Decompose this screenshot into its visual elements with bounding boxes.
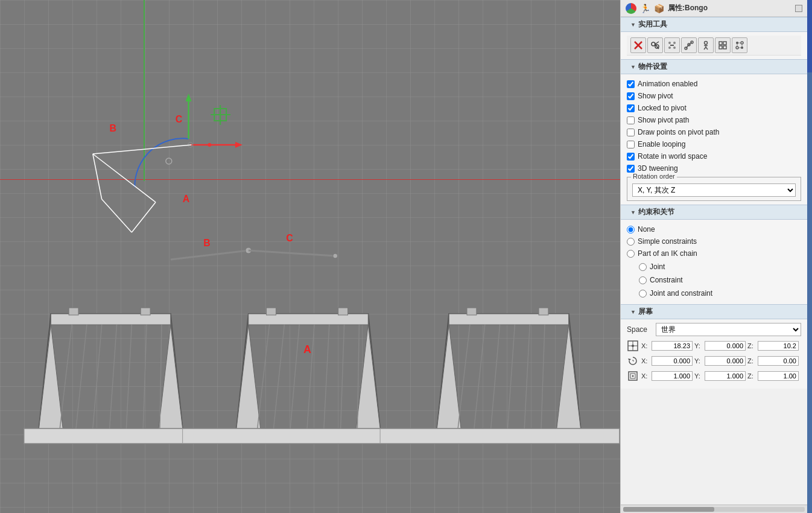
rot-z-input[interactable]	[758, 356, 799, 366]
svg-marker-1	[186, 94, 192, 101]
enable-looping-checkbox[interactable]	[627, 141, 635, 148]
tools-section-header[interactable]: 实用工具	[621, 17, 807, 32]
tool-btn-7[interactable]	[732, 37, 747, 53]
tools-section-content	[621, 32, 807, 59]
svg-line-10	[102, 199, 132, 232]
svg-rect-29	[69, 308, 78, 315]
radio-ik-label[interactable]: Part of an IK chain	[638, 249, 697, 258]
show-pivot-path-checkbox[interactable]	[627, 116, 635, 124]
svg-point-73	[673, 42, 676, 44]
svg-marker-20	[39, 325, 63, 429]
rotate-world-label[interactable]: Rotate in world space	[638, 152, 707, 161]
pos-x-input[interactable]	[652, 341, 693, 351]
tool-btn-1[interactable]	[630, 37, 646, 53]
svg-marker-33	[236, 325, 261, 429]
radio-constraint[interactable]	[639, 276, 647, 284]
svg-marker-3	[235, 142, 243, 148]
panel-titlebar: 🏃 📦 属性:Bongo	[621, 0, 807, 17]
svg-line-38	[307, 325, 314, 429]
tool-btn-5[interactable]	[698, 37, 714, 53]
screen-label: 屏幕	[638, 307, 653, 317]
constraints-section-header[interactable]: 约束和关节	[621, 205, 807, 220]
svg-point-72	[668, 42, 671, 44]
tool-btn-6[interactable]	[715, 37, 731, 53]
object-settings-section-header[interactable]: 物件设置	[621, 59, 807, 74]
panel-collapse-btn[interactable]	[795, 5, 802, 12]
svg-line-50	[491, 325, 500, 429]
radio-none-label[interactable]: None	[638, 225, 655, 234]
svg-marker-103	[628, 358, 631, 361]
anim-enabled-checkbox[interactable]	[627, 80, 635, 88]
radio-joint-constraint-label[interactable]: Joint and constraint	[650, 289, 712, 298]
svg-line-59	[171, 250, 249, 260]
svg-marker-21	[159, 325, 183, 429]
locked-pivot-checkbox[interactable]	[627, 104, 635, 112]
anim-enabled-label[interactable]: Animation enabled	[638, 80, 697, 88]
radio-joint-label[interactable]: Joint	[650, 263, 665, 271]
radio-constraint-label[interactable]: Constraint	[650, 276, 683, 284]
svg-text:C: C	[286, 233, 293, 243]
scale-x-input[interactable]	[652, 371, 693, 381]
svg-point-82	[705, 42, 708, 45]
space-select[interactable]: 世界 局部 屏幕	[656, 323, 801, 336]
rotate-world-checkbox[interactable]	[627, 153, 635, 161]
svg-rect-76	[670, 45, 674, 46]
enable-looping-label[interactable]: Enable looping	[638, 140, 685, 148]
radio-row-constraint: Constraint	[639, 274, 801, 286]
draw-points-checkbox[interactable]	[627, 129, 635, 136]
radio-joint-constraint[interactable]	[639, 290, 647, 298]
svg-line-24	[93, 325, 102, 429]
svg-line-11	[93, 154, 102, 199]
scale-x-label: X:	[641, 372, 650, 380]
svg-text:A: A	[303, 343, 311, 355]
cb-row-draw-points: Draw points on pivot path	[627, 126, 801, 138]
rot-x-input[interactable]	[652, 356, 693, 366]
rot-y-label: Y:	[694, 357, 703, 365]
svg-point-93	[736, 46, 738, 49]
svg-point-5	[208, 143, 211, 147]
pos-y-input[interactable]	[705, 341, 746, 351]
show-pivot-path-label[interactable]: Show pivot path	[638, 116, 689, 124]
svg-rect-32	[249, 314, 368, 325]
cb-row-rotate-world: Rotate in world space	[627, 150, 801, 162]
svg-line-22	[60, 325, 72, 429]
rotation-order-select[interactable]: X, Y, 其次 Z X, Z, 其次 Y Y, X, 其次 Z Y, Z, 其…	[632, 183, 796, 197]
tool-btn-2[interactable]	[647, 37, 663, 53]
svg-line-40	[341, 325, 344, 429]
svg-text:B: B	[203, 238, 210, 248]
draw-points-label[interactable]: Draw points on pivot path	[638, 128, 719, 136]
3d-tweening-checkbox[interactable]	[627, 165, 635, 173]
cb-row-show-pivot-path: Show pivot path	[627, 114, 801, 126]
tool-btn-4[interactable]	[681, 37, 697, 53]
viewport[interactable]: A B C	[0, 0, 620, 513]
scrollbar-thumb[interactable]	[623, 507, 714, 512]
rot-y-input[interactable]	[705, 356, 746, 366]
show-pivot-checkbox[interactable]	[627, 92, 635, 100]
radio-joint[interactable]	[639, 263, 647, 271]
svg-point-94	[741, 46, 743, 49]
svg-rect-42	[267, 308, 276, 315]
scale-z-input[interactable]	[758, 371, 799, 381]
panel-scrollbar[interactable]	[621, 505, 807, 513]
tool-btn-3[interactable]	[664, 37, 680, 53]
svg-line-49	[474, 325, 485, 429]
svg-line-23	[76, 325, 87, 429]
3d-tweening-label[interactable]: 3D tweening	[638, 164, 678, 173]
locked-pivot-label[interactable]: Locked to pivot	[638, 104, 687, 112]
screen-section-header[interactable]: 屏幕	[621, 304, 807, 319]
svg-marker-46	[437, 325, 461, 429]
scale-y-input[interactable]	[705, 371, 746, 381]
radio-ik[interactable]	[627, 250, 635, 258]
svg-line-48	[458, 325, 470, 429]
show-pivot-label[interactable]: Show pivot	[638, 92, 673, 100]
pos-z-input[interactable]	[758, 341, 799, 351]
radio-row-ik: Part of an IK chain	[627, 247, 801, 260]
scrollbar-track[interactable]	[623, 507, 805, 512]
svg-rect-55	[539, 308, 548, 315]
svg-point-75	[673, 46, 676, 49]
radio-simple-label[interactable]: Simple constraints	[638, 237, 697, 246]
radio-simple[interactable]	[627, 238, 635, 246]
radio-none[interactable]	[627, 226, 635, 234]
svg-line-39	[324, 325, 329, 429]
svg-line-36	[273, 325, 284, 429]
